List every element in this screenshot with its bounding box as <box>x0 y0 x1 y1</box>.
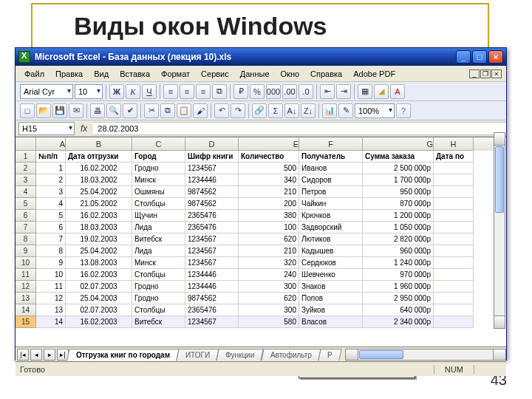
workbook-minimize-button[interactable]: _ <box>469 69 480 78</box>
cell[interactable]: 950 000р <box>363 186 434 198</box>
cell[interactable]: 1 200 000р <box>363 210 434 222</box>
cell[interactable] <box>434 163 474 174</box>
cell[interactable]: 380 <box>239 210 299 222</box>
cell[interactable]: 3 <box>36 186 66 198</box>
redo-button[interactable]: ↷ <box>231 103 245 118</box>
cell[interactable]: 13.08.2003 <box>66 257 132 269</box>
table-row[interactable]: 7618.03.2003Лида2365476100Задворский1 05… <box>16 222 506 233</box>
table-row[interactable]: 111016.02.2003Столбцы1234446240Шевченко9… <box>16 269 506 281</box>
cell[interactable]: Лида <box>132 222 185 233</box>
col-A[interactable]: A <box>36 137 66 151</box>
comma-button[interactable]: 000 <box>266 84 281 99</box>
cell[interactable]: 7 <box>36 233 66 245</box>
font-name-combo[interactable]: Arial Cyr <box>20 84 73 99</box>
row-header[interactable]: 10 <box>16 257 36 269</box>
cell[interactable]: 25.04.2002 <box>66 245 132 257</box>
row-header[interactable]: 4 <box>16 186 36 198</box>
mail-button[interactable]: ✉ <box>69 103 83 118</box>
cell[interactable] <box>434 269 474 281</box>
cell[interactable]: 970 000р <box>363 269 434 281</box>
maximize-button[interactable]: □ <box>472 50 487 64</box>
minimize-button[interactable]: _ <box>456 50 471 64</box>
cell[interactable]: Лютиков <box>299 233 363 245</box>
row-header[interactable]: 3 <box>16 174 36 186</box>
cell[interactable]: Столбцы <box>132 269 185 281</box>
cell[interactable]: Зуйков <box>299 304 363 316</box>
cell[interactable]: Столбцы <box>132 198 185 210</box>
cell[interactable] <box>434 186 474 198</box>
sort-asc-button[interactable]: A↓ <box>284 103 299 118</box>
cell[interactable]: 2365476 <box>185 210 239 222</box>
menu-tools[interactable]: Сервис <box>197 68 233 80</box>
close-button[interactable]: × <box>488 50 503 64</box>
menu-edit[interactable]: Правка <box>51 68 87 80</box>
cell[interactable]: 1234567 <box>185 163 239 174</box>
row-header[interactable]: 8 <box>16 233 36 245</box>
table-row[interactable]: 141302.07.2003Столбцы2365476300Зуйков640… <box>16 304 506 316</box>
table-row[interactable]: 6516.02.2003Щучин2365476380Крючков1 200 … <box>16 210 506 222</box>
cell[interactable]: 25.04.2002 <box>66 186 132 198</box>
bold-button[interactable]: Ж <box>109 84 124 99</box>
cell[interactable]: 640 000р <box>363 304 434 316</box>
help-button[interactable]: ? <box>396 103 411 118</box>
sheet-tab-itogi[interactable]: ИТОГИ <box>176 349 219 361</box>
cell[interactable]: №п/п <box>36 151 66 163</box>
row-header[interactable]: 1 <box>16 151 36 163</box>
row-header[interactable]: 12 <box>16 281 36 293</box>
table-row[interactable]: 131225.04.2003Гродно9874562620Попов2 950… <box>16 293 506 304</box>
cell[interactable]: Получатель <box>299 151 363 163</box>
autosum-button[interactable]: Σ <box>268 103 283 118</box>
cell[interactable]: Лида <box>132 245 185 257</box>
cell[interactable]: 10 <box>36 269 66 281</box>
cell[interactable]: 210 <box>239 186 299 198</box>
cell[interactable]: 200 <box>239 198 299 210</box>
cell[interactable]: 2 950 000р <box>363 293 434 304</box>
cell[interactable]: 11 <box>36 281 66 293</box>
cell[interactable]: 2365476 <box>185 304 239 316</box>
grid-body[interactable]: 1№п/пДата отгрузкиГородШифр книгиКоличес… <box>16 151 506 347</box>
table-row[interactable]: 3218.03.2002Минск1234446340Сидоров1 700 … <box>16 174 506 186</box>
cell[interactable]: 2 820 000р <box>363 233 434 245</box>
vertical-scrollbar[interactable] <box>494 132 505 329</box>
menu-view[interactable]: Вид <box>89 68 113 80</box>
cell[interactable] <box>434 257 474 269</box>
cell[interactable] <box>434 316 474 328</box>
cell[interactable]: Город <box>132 151 185 163</box>
cell[interactable] <box>434 174 474 186</box>
cell[interactable]: 2 <box>36 174 66 186</box>
col-E[interactable]: E <box>239 137 299 151</box>
table-row[interactable]: 1№п/пДата отгрузкиГородШифр книгиКоличес… <box>16 151 506 163</box>
cell[interactable]: Сумма заказа <box>363 151 434 163</box>
menu-insert[interactable]: Вставка <box>115 68 154 80</box>
cell[interactable]: 13 <box>36 304 66 316</box>
col-G[interactable]: G <box>363 137 434 151</box>
cell[interactable]: 870 000р <box>363 198 434 210</box>
cell[interactable]: 1 960 000р <box>363 281 434 293</box>
table-row[interactable]: 2116.02.2002Гродно1234567500Иванов2 500 … <box>16 163 506 174</box>
table-row[interactable]: 9825.04.2002Лида1234567210Кадышев960 000… <box>16 245 506 257</box>
undo-button[interactable]: ↶ <box>214 103 229 118</box>
row-header[interactable]: 11 <box>16 269 36 281</box>
borders-button[interactable]: ▦ <box>358 84 372 99</box>
cell[interactable]: 1234446 <box>185 281 239 293</box>
cell[interactable]: 19.02.2003 <box>66 233 132 245</box>
cell[interactable]: Шифр книги <box>185 151 239 163</box>
cell[interactable]: 1234567 <box>185 245 239 257</box>
table-row[interactable]: 10913.08.2003Минск1234567320Сердюков1 24… <box>16 257 506 269</box>
chart-button[interactable]: 📊 <box>322 103 337 118</box>
merge-button[interactable]: ⧉ <box>212 84 227 99</box>
cell[interactable]: 300 <box>239 304 299 316</box>
cell[interactable]: 620 <box>239 293 299 304</box>
save-button[interactable]: 💾 <box>52 103 67 118</box>
cell[interactable]: 16.02.2003 <box>66 269 132 281</box>
cell[interactable]: 340 <box>239 174 299 186</box>
cell[interactable]: Власов <box>299 316 363 328</box>
titlebar[interactable]: Microsoft Excel - База данных (лекция 10… <box>16 48 506 66</box>
cell[interactable] <box>434 281 474 293</box>
cell[interactable]: Крючков <box>299 210 363 222</box>
cell[interactable]: Кадышев <box>299 245 363 257</box>
increase-indent-button[interactable]: ⇥ <box>336 84 351 99</box>
cell[interactable]: 8 <box>36 245 66 257</box>
font-size-combo[interactable]: 10 <box>75 84 103 99</box>
cell[interactable]: Иванов <box>299 163 363 174</box>
